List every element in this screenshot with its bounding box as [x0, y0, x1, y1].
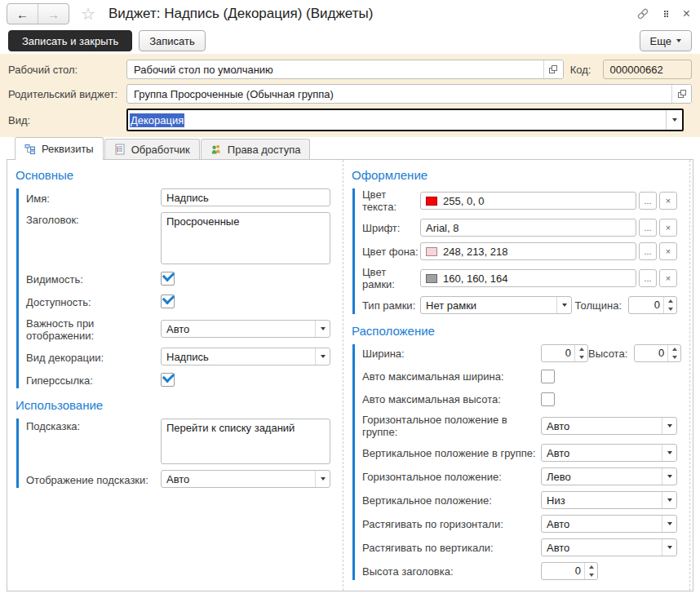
- name-input[interactable]: [161, 188, 330, 206]
- dropdown-button[interactable]: [315, 348, 330, 365]
- auto-max-height-checkbox[interactable]: [541, 392, 555, 406]
- caption-label: Заголовок:: [26, 212, 161, 226]
- font-field[interactable]: Arial, 8: [420, 219, 636, 237]
- parent-widget-input[interactable]: [127, 85, 671, 103]
- h-pos-row: Горизонтальное положение: Лево: [362, 467, 677, 485]
- enabled-label: Доступность:: [26, 295, 161, 308]
- tab-access-rights[interactable]: Права доступа: [201, 139, 311, 159]
- spin-up-button[interactable]: [585, 563, 597, 571]
- decoration-kind-select[interactable]: Надпись: [161, 348, 330, 365]
- thickness-spinner[interactable]: 0: [628, 296, 677, 314]
- h-in-group-label: Горизонтальное положение в группе:: [362, 414, 541, 438]
- chevron-down-icon: [562, 303, 567, 307]
- caption-height-row: Высота заголовка: 0: [362, 562, 677, 580]
- v-position-in-group-select[interactable]: Авто: [541, 444, 677, 462]
- hyperlink-checkbox[interactable]: [161, 373, 175, 387]
- font-clear-button[interactable]: ×: [659, 219, 677, 237]
- importance-select[interactable]: Авто: [161, 320, 330, 338]
- border-type-select[interactable]: Нет рамки: [420, 296, 572, 314]
- text-color-value: 255, 0, 0: [443, 195, 485, 207]
- h-pos-label: Горизонтальное положение:: [362, 471, 541, 483]
- left-column: Основные Имя: Заголовок: Просроченные Ви…: [7, 160, 343, 591]
- favorites-star-icon[interactable]: ☆: [81, 4, 95, 24]
- caption-textarea[interactable]: Просроченные: [161, 212, 330, 264]
- dropdown-button[interactable]: [315, 321, 330, 337]
- more-menu-icon[interactable]: [664, 11, 668, 17]
- more-button-label: Еще: [650, 35, 671, 47]
- width-spinner[interactable]: 0: [541, 344, 588, 362]
- back-color-ellipsis-button[interactable]: ...: [639, 242, 657, 260]
- kind-label: Вид:: [8, 114, 126, 126]
- border-type-row: Тип рамки: Нет рамки Толщина: 0: [362, 296, 677, 314]
- more-button[interactable]: Еще: [640, 30, 692, 51]
- save-and-close-button[interactable]: Записать и закрыть: [8, 30, 132, 51]
- save-button[interactable]: Записать: [139, 30, 206, 51]
- chevron-down-icon: [676, 39, 681, 42]
- text-color-clear-button[interactable]: ×: [659, 192, 677, 210]
- font-ellipsis-button[interactable]: ...: [639, 219, 657, 237]
- spin-down-button[interactable]: [575, 353, 587, 361]
- enabled-checkbox[interactable]: [161, 295, 175, 308]
- open-desktop-button[interactable]: [543, 60, 563, 78]
- back-color-swatch: [426, 247, 437, 256]
- name-row: Имя:: [26, 188, 343, 206]
- dropdown-button[interactable]: [662, 539, 676, 556]
- forward-button[interactable]: →: [38, 4, 69, 24]
- tab-handler[interactable]: Обработчик: [104, 139, 200, 159]
- open-parent-button[interactable]: [671, 85, 691, 103]
- stretch-vertical-select[interactable]: Авто: [541, 538, 677, 556]
- h-position-select[interactable]: Лево: [541, 467, 677, 485]
- dropdown-button[interactable]: [556, 297, 571, 313]
- link-icon[interactable]: [636, 7, 649, 20]
- border-color-field[interactable]: 160, 160, 164: [420, 269, 636, 287]
- font-label: Шрифт:: [362, 222, 420, 234]
- dropdown-button[interactable]: [662, 468, 676, 485]
- back-color-field[interactable]: 248, 213, 218: [420, 242, 636, 260]
- appearance-group: Цвет текста: 255, 0, 0 ... × Шрифт:: [352, 188, 677, 314]
- chevron-down-icon: [321, 327, 326, 330]
- h-position-in-group-select[interactable]: Авто: [541, 417, 677, 435]
- stretch-horizontal-select[interactable]: Авто: [541, 515, 677, 533]
- tab-attributes[interactable]: Реквизиты: [15, 137, 104, 160]
- v-position-select[interactable]: Низ: [541, 491, 677, 509]
- width-value: 0: [542, 345, 574, 361]
- caption-height-spinner[interactable]: 0: [541, 562, 598, 580]
- checkmark-icon: [162, 370, 175, 383]
- font-row: Шрифт: Arial, 8 ... ×: [362, 219, 677, 237]
- tooltip-textarea[interactable]: Перейти к списку заданий: [161, 419, 330, 464]
- tooltip-display-select[interactable]: Авто: [161, 470, 330, 488]
- dropdown-button[interactable]: [662, 516, 676, 532]
- auto-max-width-checkbox[interactable]: [541, 370, 555, 383]
- kind-dropdown-button[interactable]: [666, 110, 682, 130]
- chevron-down-icon: [667, 546, 672, 549]
- text-color-ellipsis-button[interactable]: ...: [639, 192, 657, 210]
- text-color-field[interactable]: 255, 0, 0: [420, 192, 636, 210]
- spin-down-button[interactable]: [668, 353, 680, 361]
- dropdown-button[interactable]: [662, 418, 676, 434]
- auto-max-width-row: Авто максимальная ширина:: [362, 368, 677, 385]
- dropdown-button[interactable]: [315, 471, 330, 487]
- border-color-clear-button[interactable]: ×: [659, 269, 677, 287]
- spin-up-button[interactable]: [668, 345, 680, 353]
- v-in-group-row: Вертикальное положение в группе: Авто: [362, 444, 677, 462]
- usage-section-title: Использование: [16, 398, 343, 412]
- usage-group: Подсказка: Перейти к списку заданий Отоб…: [16, 419, 343, 488]
- desktop-input[interactable]: [127, 60, 543, 78]
- close-icon[interactable]: ×: [683, 7, 690, 20]
- spin-up-button[interactable]: [575, 345, 587, 353]
- auto-max-width-label: Авто максимальная ширина:: [362, 370, 541, 383]
- visibility-checkbox[interactable]: [161, 272, 175, 286]
- border-color-ellipsis-button[interactable]: ...: [639, 269, 657, 287]
- back-button[interactable]: ←: [7, 4, 38, 24]
- spin-up-button[interactable]: [664, 297, 676, 305]
- text-color-label: Цвет текста:: [362, 188, 420, 213]
- dropdown-button[interactable]: [662, 492, 676, 508]
- dropdown-button[interactable]: [662, 445, 676, 461]
- kind-combobox[interactable]: Декорация: [126, 109, 684, 131]
- text-color-swatch: [426, 197, 437, 206]
- height-spinner[interactable]: 0: [634, 344, 681, 362]
- stretch-v-value: Авто: [542, 542, 662, 554]
- spin-down-button[interactable]: [585, 571, 597, 579]
- back-color-clear-button[interactable]: ×: [659, 242, 677, 260]
- spin-down-button[interactable]: [664, 305, 676, 313]
